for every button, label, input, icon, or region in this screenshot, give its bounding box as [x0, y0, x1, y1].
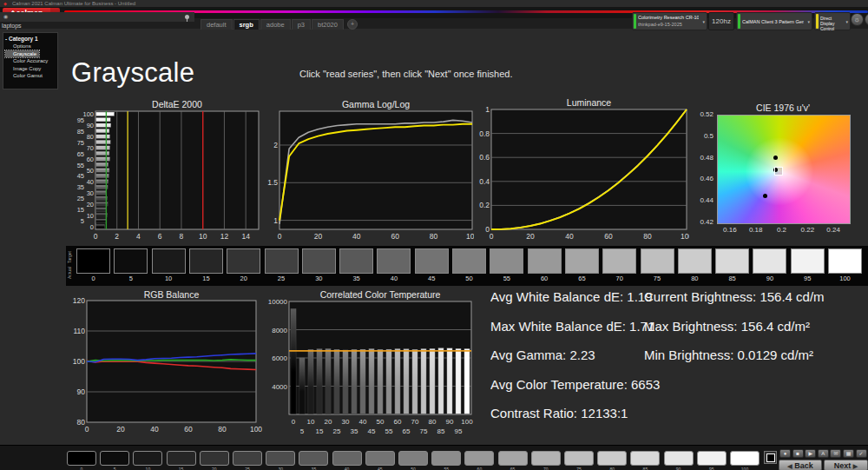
tab-p3[interactable]: p3 [292, 19, 311, 30]
sidebar-item-color-gamut[interactable]: Color Gamut [5, 72, 57, 80]
pattern-level-label: 5 [100, 467, 129, 470]
sidebar-item-grayscale[interactable]: Grayscale [5, 50, 39, 58]
record-button[interactable]: ● [779, 449, 791, 458]
tree-root[interactable]: - Category 1 [5, 35, 57, 43]
pattern-level-button-80[interactable] [597, 451, 627, 466]
rgb-balance-chart: 8090100110120020406080100RGB Balance [66, 288, 262, 434]
svg-text:0: 0 [85, 425, 89, 434]
pattern-level-label: 65 [498, 467, 528, 470]
svg-text:0.2: 0.2 [479, 201, 490, 209]
pattern-level-button-70[interactable] [531, 451, 561, 466]
svg-text:1: 1 [485, 105, 490, 114]
svg-text:80: 80 [429, 418, 437, 426]
pattern-level-button-35[interactable] [299, 451, 328, 466]
svg-text:40: 40 [87, 178, 94, 186]
pattern-level-button-5[interactable] [100, 451, 129, 466]
stop-button[interactable]: ■ [792, 449, 804, 458]
chart-title: RGB Balance [111, 289, 233, 300]
swatch-label: 30 [302, 275, 336, 282]
pin-icon[interactable] [185, 15, 189, 19]
settings-gear-button[interactable]: ☼ [851, 13, 864, 26]
cie-x-tick: 0.16 [720, 226, 740, 234]
pattern-generator-status [738, 14, 740, 29]
pattern-level-button-55[interactable] [431, 451, 461, 466]
pattern-level-button-25[interactable] [233, 451, 262, 466]
pattern-window-button[interactable] [764, 451, 777, 464]
pattern-level-button-20[interactable] [200, 451, 229, 466]
meter-status [634, 14, 636, 29]
svg-text:80: 80 [87, 133, 94, 141]
svg-text:20: 20 [325, 418, 332, 426]
svg-text:40: 40 [359, 418, 367, 426]
svg-text:0.8: 0.8 [479, 129, 490, 138]
grid-button[interactable]: ▦ [843, 449, 854, 458]
svg-text:0: 0 [94, 232, 98, 241]
svg-text:90: 90 [77, 387, 86, 396]
pattern-level-button-10[interactable] [133, 451, 162, 466]
pattern-level-button-45[interactable] [365, 451, 395, 466]
svg-text:4000: 4000 [272, 383, 287, 391]
cie-y-tick: 0.5 [693, 132, 713, 140]
window-title: Calman 2021 Calman Ultimate for Business… [12, 0, 135, 7]
tab-default[interactable]: default [201, 19, 233, 30]
pattern-level-button-50[interactable] [398, 451, 428, 466]
cie-chart: CIE 1976 u'v'0.420.440.460.480.50.520.16… [693, 102, 863, 241]
svg-text:15: 15 [77, 206, 84, 214]
next-button[interactable]: Next ▶ [824, 460, 868, 470]
pattern-level-label: 75 [564, 467, 594, 470]
svg-text:1: 1 [273, 216, 278, 225]
sidebar-item-color-accuracy[interactable]: Color Accuracy [5, 57, 57, 65]
pattern-level-button-75[interactable] [564, 451, 594, 466]
svg-text:5: 5 [81, 217, 84, 225]
chart-title: Gamma Log/Log [315, 99, 437, 109]
gray-swatch-5 [114, 248, 148, 274]
message-button[interactable]: ✉ [830, 449, 841, 458]
swatch-label: 20 [227, 275, 260, 282]
svg-text:1.5: 1.5 [267, 178, 278, 187]
stat-left: Max White Balance dE: 1.71 [490, 319, 654, 334]
tab-srgb[interactable]: srgb [233, 19, 260, 30]
pattern-level-button-85[interactable] [630, 451, 660, 466]
svg-text:90: 90 [446, 418, 454, 426]
svg-text:65: 65 [77, 150, 84, 158]
stat-right: Max Brightness: 156.4 cd/m² [644, 319, 810, 334]
svg-text:85: 85 [77, 128, 84, 136]
svg-text:95: 95 [455, 427, 463, 435]
sidebar-item-options[interactable]: Options [5, 43, 57, 50]
pattern-level-button-90[interactable] [664, 451, 694, 466]
sidebar-item-image-copy[interactable]: Image Copy [5, 65, 57, 73]
swatch-label: 90 [753, 275, 786, 282]
pattern-level-button-95[interactable] [697, 451, 727, 466]
pattern-level-button-65[interactable] [498, 451, 528, 466]
tab-bt2020[interactable]: bt2020 [312, 19, 344, 30]
display-control-selector[interactable]: Direct Display Control ▾ [814, 12, 851, 30]
meter-selector[interactable]: Colorimetry Research CR-100/200 thinkpad… [632, 12, 707, 30]
pattern-level-button-40[interactable] [332, 451, 362, 466]
pattern-level-button-30[interactable] [266, 451, 295, 466]
swatch-label: 95 [791, 275, 825, 282]
gray-swatch-80 [678, 248, 712, 274]
luminance-chart: 00.20.40.60.81020406080100Luminance [474, 96, 689, 244]
chevron-down-icon: ▾ [845, 19, 848, 24]
pattern-level-button-0[interactable] [67, 451, 96, 466]
menu-icon[interactable]: ◉ [3, 14, 8, 20]
gray-swatch-35 [339, 248, 373, 274]
chart-title: Luminance [529, 97, 650, 108]
back-button[interactable]: ◀ Back [779, 460, 822, 470]
svg-text:90: 90 [87, 122, 94, 129]
back-arrow-icon: ◀ [787, 463, 792, 469]
pattern-level-button-60[interactable] [464, 451, 494, 466]
play-button[interactable]: ▶ [805, 449, 816, 458]
add-tab-button[interactable]: + [347, 19, 358, 30]
check-button[interactable]: ✓ [856, 449, 867, 458]
gray-swatch-30 [302, 248, 336, 274]
gray-swatch-75 [641, 248, 674, 274]
instruction-text: Click "read series", then click "Next" o… [299, 69, 513, 79]
pattern-a-button[interactable]: A [818, 449, 829, 458]
pattern-level-button-100[interactable] [730, 451, 760, 466]
pattern-generator-selector[interactable]: CalMAN Client 3 Pattern Generator ▾ [736, 12, 812, 30]
tab-adobe[interactable]: adobe [260, 19, 291, 30]
svg-text:2: 2 [115, 232, 119, 241]
pattern-level-button-15[interactable] [167, 451, 196, 466]
swatch-label: 70 [602, 275, 636, 282]
